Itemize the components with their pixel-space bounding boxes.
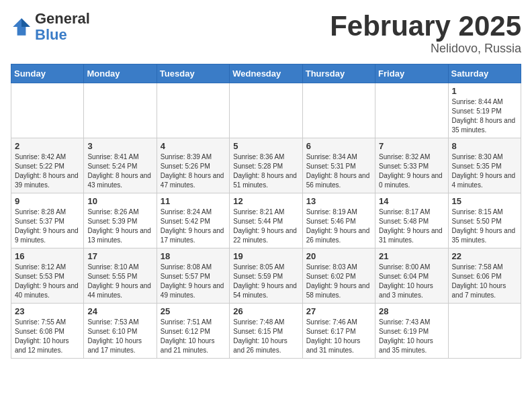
calendar-cell: 28Sunrise: 7:43 AM Sunset: 6:19 PM Dayli… <box>375 304 448 359</box>
day-number: 26 <box>233 306 298 316</box>
calendar-cell: 25Sunrise: 7:51 AM Sunset: 6:12 PM Dayli… <box>157 304 229 359</box>
day-info: Sunrise: 8:41 AM Sunset: 5:24 PM Dayligh… <box>87 152 152 190</box>
calendar-cell: 16Sunrise: 8:12 AM Sunset: 5:53 PM Dayli… <box>11 248 84 304</box>
calendar-cell <box>375 83 448 138</box>
day-info: Sunrise: 8:12 AM Sunset: 5:53 PM Dayligh… <box>15 263 80 300</box>
weekday-header-friday: Friday <box>375 64 448 83</box>
day-number: 13 <box>306 196 371 206</box>
logo-text: General Blue <box>35 11 90 43</box>
calendar-cell: 24Sunrise: 7:53 AM Sunset: 6:10 PM Dayli… <box>84 304 157 359</box>
calendar-cell: 18Sunrise: 8:08 AM Sunset: 5:57 PM Dayli… <box>157 248 229 304</box>
day-number: 17 <box>87 251 152 261</box>
day-info: Sunrise: 7:51 AM Sunset: 6:12 PM Dayligh… <box>161 318 226 355</box>
day-number: 28 <box>379 306 444 316</box>
day-number: 19 <box>233 251 298 261</box>
day-info: Sunrise: 8:28 AM Sunset: 5:37 PM Dayligh… <box>15 208 80 245</box>
day-info: Sunrise: 8:21 AM Sunset: 5:44 PM Dayligh… <box>233 208 298 245</box>
calendar-cell: 20Sunrise: 8:03 AM Sunset: 6:02 PM Dayli… <box>302 248 375 304</box>
calendar-cell: 27Sunrise: 7:46 AM Sunset: 6:17 PM Dayli… <box>302 304 375 359</box>
day-info: Sunrise: 8:00 AM Sunset: 6:04 PM Dayligh… <box>379 263 444 300</box>
day-number: 5 <box>233 141 298 151</box>
calendar-cell: 10Sunrise: 8:26 AM Sunset: 5:39 PM Dayli… <box>84 193 157 248</box>
calendar-cell: 7Sunrise: 8:32 AM Sunset: 5:33 PM Daylig… <box>375 138 448 193</box>
calendar-week-2: 9Sunrise: 8:28 AM Sunset: 5:37 PM Daylig… <box>11 193 521 248</box>
page-header: General Blue February 2025 Nelidovo, Rus… <box>11 11 521 56</box>
calendar-cell: 19Sunrise: 8:05 AM Sunset: 5:59 PM Dayli… <box>230 248 302 304</box>
calendar-table: SundayMondayTuesdayWednesdayThursdayFrid… <box>11 64 521 359</box>
calendar-cell: 3Sunrise: 8:41 AM Sunset: 5:24 PM Daylig… <box>84 138 157 193</box>
day-number: 23 <box>15 306 80 316</box>
calendar-cell: 4Sunrise: 8:39 AM Sunset: 5:26 PM Daylig… <box>157 138 229 193</box>
day-info: Sunrise: 7:43 AM Sunset: 6:19 PM Dayligh… <box>379 318 444 355</box>
day-info: Sunrise: 8:42 AM Sunset: 5:22 PM Dayligh… <box>15 152 80 190</box>
month-title: February 2025 <box>330 11 521 42</box>
calendar-week-1: 2Sunrise: 8:42 AM Sunset: 5:22 PM Daylig… <box>11 138 521 193</box>
calendar-cell: 2Sunrise: 8:42 AM Sunset: 5:22 PM Daylig… <box>11 138 84 193</box>
day-number: 21 <box>379 251 444 261</box>
day-info: Sunrise: 8:08 AM Sunset: 5:57 PM Dayligh… <box>161 263 226 300</box>
day-info: Sunrise: 8:10 AM Sunset: 5:55 PM Dayligh… <box>87 263 152 300</box>
day-info: Sunrise: 8:05 AM Sunset: 5:59 PM Dayligh… <box>233 263 298 300</box>
calendar-header: SundayMondayTuesdayWednesdayThursdayFrid… <box>11 64 521 83</box>
calendar-week-4: 23Sunrise: 7:55 AM Sunset: 6:08 PM Dayli… <box>11 304 521 359</box>
calendar-week-3: 16Sunrise: 8:12 AM Sunset: 5:53 PM Dayli… <box>11 248 521 304</box>
calendar-cell <box>84 83 157 138</box>
calendar-cell <box>157 83 229 138</box>
calendar-cell: 14Sunrise: 8:17 AM Sunset: 5:48 PM Dayli… <box>375 193 448 248</box>
day-info: Sunrise: 8:26 AM Sunset: 5:39 PM Dayligh… <box>87 208 152 245</box>
calendar-cell <box>302 83 375 138</box>
calendar-cell: 17Sunrise: 8:10 AM Sunset: 5:55 PM Dayli… <box>84 248 157 304</box>
weekday-header-thursday: Thursday <box>302 64 375 83</box>
day-info: Sunrise: 7:55 AM Sunset: 6:08 PM Dayligh… <box>15 318 80 355</box>
title-block: February 2025 Nelidovo, Russia <box>330 11 521 56</box>
day-info: Sunrise: 8:15 AM Sunset: 5:50 PM Dayligh… <box>452 208 517 245</box>
day-info: Sunrise: 8:44 AM Sunset: 5:19 PM Dayligh… <box>452 97 517 135</box>
calendar-cell <box>230 83 302 138</box>
day-info: Sunrise: 8:19 AM Sunset: 5:46 PM Dayligh… <box>306 208 371 245</box>
weekday-header-sunday: Sunday <box>11 64 84 83</box>
day-number: 27 <box>306 306 371 316</box>
calendar-cell: 15Sunrise: 8:15 AM Sunset: 5:50 PM Dayli… <box>448 193 521 248</box>
calendar-week-0: 1Sunrise: 8:44 AM Sunset: 5:19 PM Daylig… <box>11 83 521 138</box>
calendar-cell: 5Sunrise: 8:36 AM Sunset: 5:28 PM Daylig… <box>230 138 302 193</box>
calendar-cell: 13Sunrise: 8:19 AM Sunset: 5:46 PM Dayli… <box>302 193 375 248</box>
day-info: Sunrise: 8:24 AM Sunset: 5:42 PM Dayligh… <box>161 208 226 245</box>
day-info: Sunrise: 7:46 AM Sunset: 6:17 PM Dayligh… <box>306 318 371 355</box>
calendar-cell: 6Sunrise: 8:34 AM Sunset: 5:31 PM Daylig… <box>302 138 375 193</box>
day-number: 3 <box>87 141 152 151</box>
calendar-cell <box>448 304 521 359</box>
location: Nelidovo, Russia <box>330 42 521 56</box>
day-number: 9 <box>15 196 80 206</box>
day-number: 16 <box>15 251 80 261</box>
day-number: 6 <box>306 141 371 151</box>
logo: General Blue <box>11 11 90 43</box>
day-number: 8 <box>452 141 517 151</box>
day-info: Sunrise: 8:34 AM Sunset: 5:31 PM Dayligh… <box>306 152 371 190</box>
day-number: 4 <box>161 141 226 151</box>
calendar-cell: 21Sunrise: 8:00 AM Sunset: 6:04 PM Dayli… <box>375 248 448 304</box>
day-number: 7 <box>379 141 444 151</box>
day-number: 25 <box>161 306 226 316</box>
calendar-cell: 22Sunrise: 7:58 AM Sunset: 6:06 PM Dayli… <box>448 248 521 304</box>
day-number: 14 <box>379 196 444 206</box>
day-info: Sunrise: 8:36 AM Sunset: 5:28 PM Dayligh… <box>233 152 298 190</box>
day-number: 15 <box>452 196 517 206</box>
logo-icon <box>11 16 32 38</box>
day-number: 20 <box>306 251 371 261</box>
day-info: Sunrise: 8:03 AM Sunset: 6:02 PM Dayligh… <box>306 263 371 300</box>
weekday-header-saturday: Saturday <box>448 64 521 83</box>
day-info: Sunrise: 7:53 AM Sunset: 6:10 PM Dayligh… <box>87 318 152 355</box>
calendar-body: 1Sunrise: 8:44 AM Sunset: 5:19 PM Daylig… <box>11 83 521 359</box>
calendar-cell: 23Sunrise: 7:55 AM Sunset: 6:08 PM Dayli… <box>11 304 84 359</box>
logo-general-text: General <box>35 10 90 27</box>
day-number: 24 <box>87 306 152 316</box>
day-number: 10 <box>87 196 152 206</box>
day-info: Sunrise: 8:30 AM Sunset: 5:35 PM Dayligh… <box>452 152 517 190</box>
calendar-cell: 26Sunrise: 7:48 AM Sunset: 6:15 PM Dayli… <box>230 304 302 359</box>
calendar-cell <box>11 83 84 138</box>
day-info: Sunrise: 8:32 AM Sunset: 5:33 PM Dayligh… <box>379 152 444 190</box>
day-number: 18 <box>161 251 226 261</box>
weekday-row: SundayMondayTuesdayWednesdayThursdayFrid… <box>11 64 521 83</box>
svg-marker-1 <box>21 18 30 27</box>
weekday-header-tuesday: Tuesday <box>157 64 229 83</box>
